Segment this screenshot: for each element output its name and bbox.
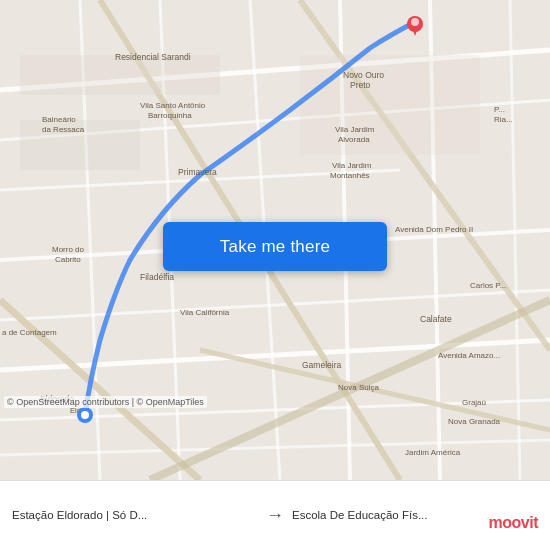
svg-text:Grajaú: Grajaú	[462, 398, 486, 407]
arrow-icon: →	[266, 505, 284, 526]
svg-text:a de Contagem: a de Contagem	[2, 328, 57, 337]
svg-text:Primavera: Primavera	[178, 167, 217, 177]
moovit-logo: moovit	[489, 514, 538, 532]
svg-text:Residencial Sarandi: Residencial Sarandi	[115, 52, 191, 62]
svg-text:Montanhês: Montanhês	[330, 171, 370, 180]
svg-text:Nova Sulça: Nova Sulça	[338, 383, 379, 392]
svg-text:da Ressaca: da Ressaca	[42, 125, 85, 134]
svg-text:Cabrito: Cabrito	[55, 255, 81, 264]
svg-text:Vila Califórnia: Vila Califórnia	[180, 308, 230, 317]
bottom-bar: Estação Eldorado | Só D... → Escola De E…	[0, 480, 550, 550]
svg-text:Vila Jardim: Vila Jardim	[332, 161, 372, 170]
svg-rect-22	[300, 55, 480, 155]
svg-text:Balneário: Balneário	[42, 115, 76, 124]
svg-text:Nova Granada: Nova Granada	[448, 417, 501, 426]
svg-text:Filadélfia: Filadélfia	[140, 272, 174, 282]
svg-text:Barroquinha: Barroquinha	[148, 111, 192, 120]
svg-text:Jardim América: Jardim América	[405, 448, 461, 457]
svg-text:Alvorada: Alvorada	[338, 135, 370, 144]
svg-text:Vila Santo Antônio: Vila Santo Antônio	[140, 101, 206, 110]
svg-text:Calafate: Calafate	[420, 314, 452, 324]
svg-point-57	[81, 411, 89, 419]
svg-text:Avenida Amazo...: Avenida Amazo...	[438, 351, 500, 360]
svg-point-55	[411, 18, 419, 26]
route-info: Estação Eldorado | Só D... → Escola De E…	[0, 505, 550, 526]
from-station-label: Estação Eldorado | Só D...	[12, 508, 258, 523]
svg-text:Vila Jardim: Vila Jardim	[335, 125, 375, 134]
take-me-there-button[interactable]: Take me there	[163, 222, 387, 271]
osm-attribution: © OpenStreetMap contributors | © OpenMap…	[4, 396, 207, 408]
map-container: Residencial Sarandi Balneário da Ressaca…	[0, 0, 550, 480]
svg-text:Gameleira: Gameleira	[302, 360, 341, 370]
moovit-brand-text: moovit	[489, 514, 538, 532]
svg-text:Morro do: Morro do	[52, 245, 85, 254]
svg-text:P...: P...	[494, 105, 505, 114]
svg-text:Ria...: Ria...	[494, 115, 513, 124]
svg-text:Novo Ouro: Novo Ouro	[343, 70, 384, 80]
svg-text:Preto: Preto	[350, 80, 371, 90]
svg-text:Carlos P...: Carlos P...	[470, 281, 506, 290]
svg-text:Avenida Dom Pedro II: Avenida Dom Pedro II	[395, 225, 473, 234]
